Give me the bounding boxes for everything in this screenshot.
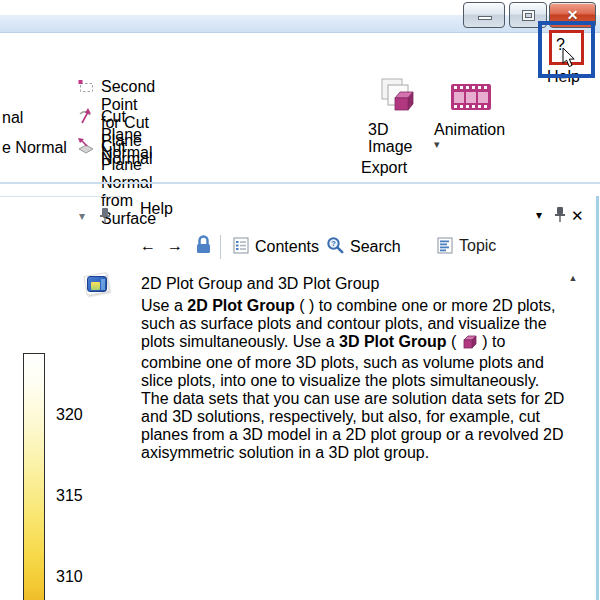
forward-button[interactable]: →: [167, 237, 183, 255]
colorbar: [23, 353, 45, 600]
scrollbar[interactable]: ▲: [562, 267, 584, 600]
export-group-label: Export: [361, 159, 521, 177]
animation-icon: [450, 83, 492, 115]
second-point-icon: [78, 79, 95, 98]
icon-front: [87, 276, 107, 292]
doc-text-bold: 2D Plot Group: [187, 297, 295, 314]
tab-topic-label: Topic: [459, 237, 496, 255]
tab-topic-active[interactable]: Topic: [431, 232, 513, 260]
doc-title: 2D Plot Group and 3D Plot Group: [141, 275, 379, 293]
panel-collapse-icon[interactable]: ▾: [79, 209, 85, 223]
contents-icon: [233, 237, 250, 259]
cut-plane-normal-icon: [77, 107, 95, 129]
export-3d-image-label-line1: 3D: [368, 121, 426, 139]
doc-text: (: [295, 297, 309, 314]
3d-image-icon: [378, 77, 418, 121]
mouse-cursor-icon: [562, 47, 576, 73]
doc-text: ) to combine one of more 3D plots, such …: [141, 333, 564, 461]
search-icon: ?: [326, 236, 345, 259]
maximize-icon: [523, 11, 534, 20]
doc-paragraph: Use a 2D Plot Group ( ) to combine one o…: [141, 297, 565, 462]
help-panel-title: Help: [140, 200, 173, 218]
plot-group-icon[interactable]: [83, 271, 111, 299]
tab-search-label: Search: [350, 238, 401, 256]
clipped-ribbon-label[interactable]: nal: [2, 109, 23, 127]
colorbar-tick-label: 320: [56, 406, 83, 424]
toolbar-separator: [220, 235, 221, 259]
help-panel-menu-icon[interactable]: ▾: [536, 208, 542, 222]
minimize-icon: [478, 16, 492, 20]
doc-text-bold: 3D Plot Group: [339, 333, 447, 350]
export-animation-button[interactable]: Animation ▾: [434, 75, 508, 163]
help-panel: Help ▾ ✕ ← → Contents ?: [129, 196, 591, 600]
clipped-ribbon-label[interactable]: e Normal: [2, 139, 67, 157]
help-panel-close-icon[interactable]: ✕: [571, 207, 584, 225]
lock-icon[interactable]: [195, 234, 212, 259]
cut-plane-normal-from-surface-icon: [77, 137, 95, 159]
back-button[interactable]: ←: [140, 237, 156, 255]
pin-icon[interactable]: [99, 207, 111, 228]
minimize-button[interactable]: [463, 2, 505, 28]
colorbar-tick-label: 315: [56, 487, 83, 505]
icon-highlight: [101, 279, 105, 290]
topic-icon: [437, 237, 454, 259]
ribbon-bottom-border: [0, 182, 600, 184]
export-3d-image-label-line2: Image: [368, 138, 426, 156]
help-content: 2D Plot Group and 3D Plot Group Use a 2D…: [133, 267, 586, 600]
ribbon: nal e Normal Second Point for Cut Plane …: [0, 33, 600, 184]
chevron-down-icon[interactable]: ▾: [434, 138, 508, 151]
export-3d-image-button[interactable]: 3D Image: [368, 75, 426, 163]
svg-text:?: ?: [331, 239, 336, 248]
scroll-up-icon[interactable]: ▲: [562, 273, 584, 283]
graphics-panel: ▾ 320 315 310: [0, 196, 122, 600]
right-panel-edge: [596, 196, 599, 600]
doc-text: (: [447, 333, 461, 350]
app-window: ✕ nal e Normal Second Point for Cut Plan…: [0, 0, 600, 600]
export-animation-label: Animation: [434, 121, 508, 139]
3d-plot-group-icon: [461, 334, 478, 354]
doc-text: Use a: [141, 297, 187, 314]
colorbar-tick-label: 310: [56, 568, 83, 586]
scrollbar-thumb[interactable]: [564, 308, 581, 418]
icon-thumbnail: [91, 282, 100, 290]
pin-icon[interactable]: [554, 206, 566, 227]
tab-contents-label: Contents: [255, 238, 319, 256]
